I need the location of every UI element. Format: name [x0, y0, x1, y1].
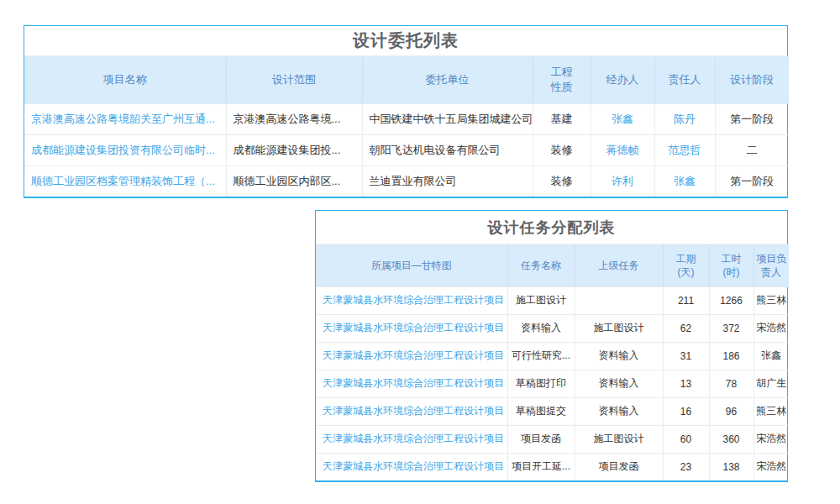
table-row: 顺德工业园区档案管理精装饰工程（...顺德工业园区内部区...兰迪置业有限公司装…	[24, 165, 789, 197]
table-row: 天津蒙城县水环境综合治理工程设计项目可行性研究...资料输入31186张鑫	[316, 342, 789, 370]
column-header: 设计范围	[226, 56, 362, 103]
table-cell: 成都能源建设集团投资有限公司临时...	[24, 134, 226, 165]
column-header: 委托单位	[362, 56, 533, 103]
table-row: 京港澳高速公路粤境韶关至广州互通...京港澳高速公路粤境...中国铁建中铁十五局…	[24, 103, 789, 134]
table-cell: 372	[709, 314, 753, 342]
owner-link[interactable]: 范思哲	[669, 144, 701, 156]
column-header: 上级任务	[575, 244, 663, 286]
column-header: 工期 (天)	[663, 244, 709, 286]
table-cell: 熊三林	[753, 397, 789, 425]
gantt-project-link[interactable]: 天津蒙城县水环境综合治理工程设计项目	[323, 377, 504, 389]
table-cell: 天津蒙城县水环境综合治理工程设计项目	[316, 342, 507, 370]
table-cell: 基建	[533, 103, 591, 134]
table-cell: 施工图设计	[575, 314, 663, 342]
column-header: 责任人	[654, 56, 715, 103]
table-cell: 211	[663, 286, 709, 314]
table-cell: 熊三林	[753, 286, 789, 314]
column-header: 工时 (时)	[709, 244, 753, 286]
table-cell: 第一阶段	[715, 165, 789, 197]
table-cell: 天津蒙城县水环境综合治理工程设计项目	[316, 453, 507, 480]
table-cell: 二	[715, 134, 789, 165]
table-cell: 16	[663, 397, 709, 425]
table-cell: 兰迪置业有限公司	[362, 165, 533, 197]
header-row: 项目名称设计范围委托单位工程 性质经办人责任人设计阶段	[24, 56, 789, 103]
table-cell: 草稿图提交	[507, 397, 575, 425]
table-cell: 186	[709, 342, 753, 370]
table-cell: 顺德工业园区档案管理精装饰工程（...	[24, 165, 226, 197]
gantt-project-link[interactable]: 天津蒙城县水环境综合治理工程设计项目	[323, 349, 504, 361]
table-cell: 资料输入	[507, 314, 575, 342]
table-cell: 施工图设计	[575, 425, 663, 453]
table-cell: 138	[709, 453, 753, 480]
table-cell: 朝阳飞达机电设备有限公司	[362, 134, 533, 165]
column-header: 工程 性质	[533, 56, 591, 103]
table-cell	[575, 286, 663, 314]
table-cell: 78	[709, 370, 753, 397]
table-cell: 13	[663, 370, 709, 397]
design-commission-table-title: 设计委托列表	[24, 26, 787, 56]
table-cell: 天津蒙城县水环境综合治理工程设计项目	[316, 370, 507, 397]
header-row: 所属项目—甘特图任务名称上级任务工期 (天)工时 (时)项目负 责人	[316, 244, 789, 286]
table-cell: 许利	[591, 165, 654, 197]
table-cell: 1266	[709, 286, 753, 314]
column-header: 设计阶段	[715, 56, 789, 103]
column-header: 所属项目—甘特图	[316, 244, 507, 286]
table-cell: 京港澳高速公路粤境韶关至广州互通...	[24, 103, 226, 134]
table-cell: 施工图设计	[507, 286, 575, 314]
table-cell: 62	[663, 314, 709, 342]
table-cell: 装修	[533, 165, 591, 197]
table-cell: 31	[663, 342, 709, 370]
table-cell: 京港澳高速公路粤境...	[226, 103, 362, 134]
table-row: 成都能源建设集团投资有限公司临时...成都能源建设集团投...朝阳飞达机电设备有…	[24, 134, 789, 165]
table-cell: 张鑫	[591, 103, 654, 134]
table-cell: 360	[709, 425, 753, 453]
column-header: 项目负 责人	[753, 244, 789, 286]
gantt-project-link[interactable]: 天津蒙城县水环境综合治理工程设计项目	[323, 460, 504, 472]
table-cell: 23	[663, 453, 709, 480]
table-cell: 96	[709, 397, 753, 425]
table-cell: 资料输入	[575, 397, 663, 425]
table-cell: 中国铁建中铁十五局集团城建公司	[362, 103, 533, 134]
design-task-assignment-table-card: 设计任务分配列表 所属项目—甘特图任务名称上级任务工期 (天)工时 (时)项目负…	[315, 210, 788, 482]
table-cell: 胡广生	[753, 370, 789, 397]
table-row: 天津蒙城县水环境综合治理工程设计项目资料输入施工图设计62372宋浩然	[316, 314, 789, 342]
handler-link[interactable]: 蒋德帧	[606, 144, 639, 156]
project-name-link[interactable]: 成都能源建设集团投资有限公司临时...	[31, 144, 215, 156]
table-cell: 项目发函	[507, 425, 575, 453]
gantt-project-link[interactable]: 天津蒙城县水环境综合治理工程设计项目	[323, 405, 504, 417]
table-cell: 张鑫	[753, 342, 789, 370]
table-cell: 草稿图打印	[507, 370, 575, 397]
table-row: 天津蒙城县水环境综合治理工程设计项目项目发函施工图设计60360宋浩然	[316, 425, 789, 453]
gantt-project-link[interactable]: 天津蒙城县水环境综合治理工程设计项目	[323, 322, 504, 333]
project-name-link[interactable]: 京港澳高速公路粤境韶关至广州互通...	[31, 113, 215, 125]
table-cell: 顺德工业园区内部区...	[226, 165, 362, 197]
column-header: 任务名称	[507, 244, 575, 286]
table-cell: 范思哲	[654, 134, 715, 165]
table-row: 天津蒙城县水环境综合治理工程设计项目施工图设计2111266熊三林	[316, 286, 789, 314]
owner-link[interactable]: 张鑫	[674, 175, 696, 187]
gantt-project-link[interactable]: 天津蒙城县水环境综合治理工程设计项目	[323, 294, 504, 306]
table-cell: 宋浩然	[753, 425, 789, 453]
project-name-link[interactable]: 顺德工业园区档案管理精装饰工程（...	[31, 175, 215, 187]
table-row: 天津蒙城县水环境综合治理工程设计项目草稿图提交资料输入1696熊三林	[316, 397, 789, 425]
table-cell: 张鑫	[654, 165, 715, 197]
table-cell: 陈丹	[654, 103, 715, 134]
owner-link[interactable]: 陈丹	[674, 113, 696, 125]
table-cell: 成都能源建设集团投...	[226, 134, 362, 165]
table-cell: 60	[663, 425, 709, 453]
table-cell: 天津蒙城县水环境综合治理工程设计项目	[316, 397, 507, 425]
table-cell: 资料输入	[575, 370, 663, 397]
design-commission-table-card: 设计委托列表 项目名称设计范围委托单位工程 性质经办人责任人设计阶段京港澳高速公…	[24, 25, 788, 198]
table-cell: 天津蒙城县水环境综合治理工程设计项目	[316, 314, 507, 342]
gantt-project-link[interactable]: 天津蒙城县水环境综合治理工程设计项目	[323, 433, 504, 444]
handler-link[interactable]: 许利	[612, 175, 633, 187]
table-cell: 可行性研究...	[507, 342, 575, 370]
table-cell: 项目发函	[575, 453, 663, 480]
column-header: 经办人	[591, 56, 654, 103]
column-header: 项目名称	[24, 56, 226, 103]
table-cell: 装修	[533, 134, 591, 165]
table-cell: 第一阶段	[715, 103, 789, 134]
design-commission-table: 项目名称设计范围委托单位工程 性质经办人责任人设计阶段京港澳高速公路粤境韶关至广…	[24, 56, 789, 197]
table-cell: 宋浩然	[753, 314, 789, 342]
handler-link[interactable]: 张鑫	[612, 113, 633, 125]
